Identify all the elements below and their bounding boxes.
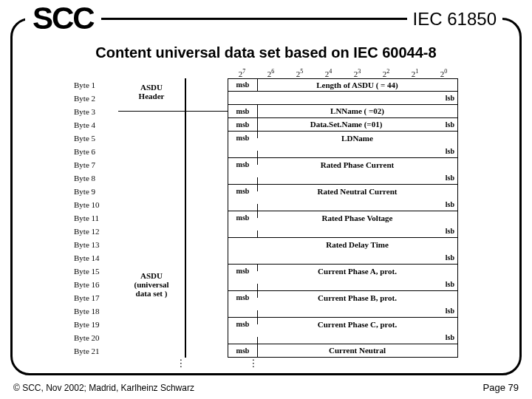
- bracket-bar: [185, 78, 186, 358]
- logo: SCC: [25, 3, 101, 34]
- byte-label: Byte 15: [74, 267, 118, 276]
- byte-label: Byte 10: [74, 200, 118, 209]
- byte-label: Byte 14: [74, 253, 118, 262]
- byte-label: Byte 16: [74, 280, 118, 289]
- byte-label: Byte 19: [74, 320, 118, 329]
- field-lnname: msb LNName ( =02): [228, 105, 458, 118]
- asdu-diagram: 27 26 25 24 23 22 21 20 Byte 1 ASDU Head…: [74, 68, 458, 371]
- footer-page: Page 79: [483, 382, 519, 393]
- byte-label: Byte 13: [74, 240, 118, 249]
- iec-label: IEC 61850: [407, 9, 502, 30]
- byte-label: Byte 12: [74, 227, 118, 236]
- field-dataset: msb Data.Set.Name (=01) lsb: [228, 118, 458, 132]
- bit-header: 27 26 25 24 23 22 21 20: [228, 68, 458, 78]
- byte-label: Byte 3: [74, 107, 118, 116]
- byte-label: Byte 18: [74, 307, 118, 316]
- byte-label: Byte 2: [74, 94, 118, 103]
- byte-label: Byte 8: [74, 174, 118, 183]
- field-ldname: msb LDName: [228, 132, 458, 145]
- footer-copyright: © SCC, Nov 2002; Madrid, Karlheinz Schwa…: [13, 383, 194, 393]
- byte-label: Byte 4: [74, 120, 118, 129]
- field-current-phase-c: msb Current Phase C, prot.: [228, 318, 458, 331]
- field-current-phase-a: msb Current Phase A, prot.: [228, 265, 458, 278]
- page-title: Content universal data set based on IEC …: [0, 44, 532, 61]
- field-current-neutral: msb Current Neutral: [228, 344, 458, 358]
- field-rated-neutral-current: msb Rated Neutral Current: [228, 185, 458, 198]
- byte-label: Byte 20: [74, 333, 118, 342]
- byte-label: Byte 17: [74, 293, 118, 302]
- byte-label: Byte 9: [74, 187, 118, 196]
- byte-label: Byte 7: [74, 160, 118, 169]
- field-empty: lsb: [228, 92, 458, 105]
- field-rated-phase-current: msb Rated Phase Current: [228, 158, 458, 171]
- section-asdu-universal: ASDU (universal data set ): [118, 271, 185, 298]
- field-rated-delay-time: Rated Delay Time: [228, 238, 458, 251]
- section-asdu-header: ASDU Header: [118, 83, 185, 100]
- dots-icon: ···: [228, 359, 257, 369]
- field-length: msb Length of ASDU ( = 44): [228, 78, 458, 92]
- byte-label: Byte 1: [74, 81, 118, 89]
- byte-label: Byte 11: [74, 214, 118, 222]
- field-current-phase-b: msb Current Phase B, prot.: [228, 291, 458, 304]
- byte-label: Byte 5: [74, 134, 118, 143]
- dots-icon: ···: [118, 359, 185, 369]
- byte-label: Byte 21: [74, 347, 118, 355]
- field-rated-phase-voltage: msb Rated Phase Voltage: [228, 211, 458, 225]
- byte-label: Byte 6: [74, 147, 118, 156]
